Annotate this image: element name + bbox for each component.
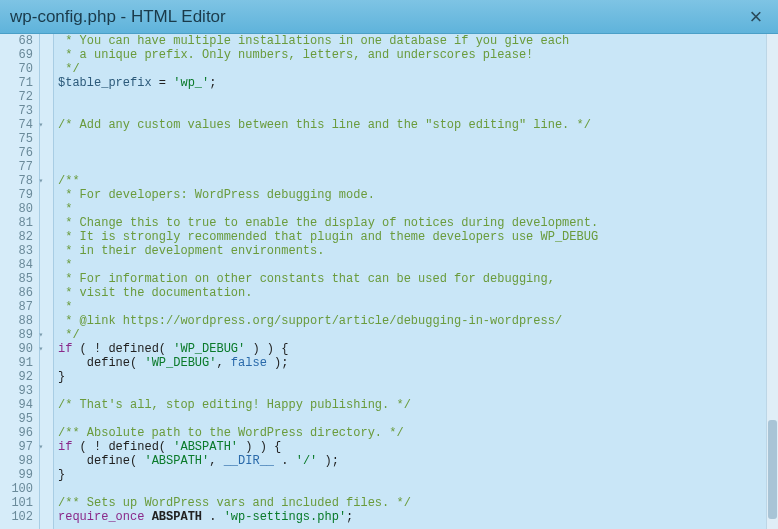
titlebar: wp-config.php - HTML Editor ×	[0, 0, 778, 34]
code-line[interactable]	[58, 482, 778, 496]
line-number: 91	[0, 356, 33, 370]
code-line[interactable]: define( 'WP_DEBUG', false );	[58, 356, 778, 370]
code-line[interactable]: *	[58, 300, 778, 314]
line-number: 75	[0, 132, 33, 146]
line-number: 69	[0, 48, 33, 62]
code-line[interactable]: * Change this to true to enable the disp…	[58, 216, 778, 230]
line-number: 89▾	[0, 328, 33, 342]
code-line[interactable]: * @link https://wordpress.org/support/ar…	[58, 314, 778, 328]
line-number: 100	[0, 482, 33, 496]
code-line[interactable]: if ( ! defined( 'WP_DEBUG' ) ) {	[58, 342, 778, 356]
code-line[interactable]: define( 'ABSPATH', __DIR__ . '/' );	[58, 454, 778, 468]
code-line[interactable]: * For developers: WordPress debugging mo…	[58, 188, 778, 202]
line-number: 88	[0, 314, 33, 328]
line-number: 93	[0, 384, 33, 398]
scrollbar-thumb[interactable]	[768, 420, 777, 519]
line-number: 81	[0, 216, 33, 230]
line-number: 95	[0, 412, 33, 426]
code-line[interactable]	[58, 384, 778, 398]
code-line[interactable]: * You can have multiple installations in…	[58, 34, 778, 48]
code-line[interactable]	[58, 146, 778, 160]
line-number: 68	[0, 34, 33, 48]
fold-marker-icon[interactable]: ▾	[36, 118, 46, 132]
fold-column	[40, 34, 54, 529]
line-number: 73	[0, 104, 33, 118]
line-number-gutter: 68697071727374▾75767778▾7980818283848586…	[0, 34, 40, 529]
line-number: 78▾	[0, 174, 33, 188]
line-number: 71	[0, 76, 33, 90]
code-line[interactable]	[58, 132, 778, 146]
code-line[interactable]: *	[58, 202, 778, 216]
line-number: 84	[0, 258, 33, 272]
code-line[interactable]: * For information on other constants tha…	[58, 272, 778, 286]
fold-marker-icon[interactable]: ▾	[36, 440, 46, 454]
line-number: 82	[0, 230, 33, 244]
line-number: 83	[0, 244, 33, 258]
code-line[interactable]: /* Add any custom values between this li…	[58, 118, 778, 132]
line-number: 99	[0, 468, 33, 482]
line-number: 101	[0, 496, 33, 510]
code-line[interactable]	[58, 412, 778, 426]
line-number: 90▾	[0, 342, 33, 356]
window-title: wp-config.php - HTML Editor	[10, 7, 744, 27]
line-number: 70	[0, 62, 33, 76]
code-line[interactable]: /** Sets up WordPress vars and included …	[58, 496, 778, 510]
code-line[interactable]: *	[58, 258, 778, 272]
fold-marker-icon[interactable]: ▾	[36, 174, 46, 188]
line-number: 74▾	[0, 118, 33, 132]
vertical-scrollbar[interactable]	[766, 34, 778, 529]
code-line[interactable]: $table_prefix = 'wp_';	[58, 76, 778, 90]
code-line[interactable]: /* That's all, stop editing! Happy publi…	[58, 398, 778, 412]
code-line[interactable]: if ( ! defined( 'ABSPATH' ) ) {	[58, 440, 778, 454]
code-line[interactable]: }	[58, 468, 778, 482]
code-line[interactable]: /** Absolute path to the WordPress direc…	[58, 426, 778, 440]
code-area[interactable]: * You can have multiple installations in…	[54, 34, 778, 529]
code-line[interactable]: }	[58, 370, 778, 384]
fold-marker-icon[interactable]: ▾	[36, 342, 46, 356]
line-number: 86	[0, 286, 33, 300]
code-line[interactable]	[58, 104, 778, 118]
line-number: 85	[0, 272, 33, 286]
line-number: 97▾	[0, 440, 33, 454]
line-number: 94	[0, 398, 33, 412]
code-line[interactable]: require_once ABSPATH . 'wp-settings.php'…	[58, 510, 778, 524]
code-line[interactable]: * visit the documentation.	[58, 286, 778, 300]
line-number: 80	[0, 202, 33, 216]
code-line[interactable]: /**	[58, 174, 778, 188]
fold-marker-icon[interactable]: ▾	[36, 328, 46, 342]
line-number: 92	[0, 370, 33, 384]
code-line[interactable]	[58, 160, 778, 174]
code-line[interactable]: * a unique prefix. Only numbers, letters…	[58, 48, 778, 62]
line-number: 87	[0, 300, 33, 314]
line-number: 76	[0, 146, 33, 160]
code-line[interactable]	[58, 90, 778, 104]
code-editor[interactable]: 68697071727374▾75767778▾7980818283848586…	[0, 34, 778, 529]
line-number: 77	[0, 160, 33, 174]
line-number: 72	[0, 90, 33, 104]
line-number: 98	[0, 454, 33, 468]
code-line[interactable]: */	[58, 328, 778, 342]
line-number: 79	[0, 188, 33, 202]
line-number: 96	[0, 426, 33, 440]
line-number: 102	[0, 510, 33, 524]
code-line[interactable]: */	[58, 62, 778, 76]
code-line[interactable]: * in their development environments.	[58, 244, 778, 258]
close-icon[interactable]: ×	[744, 6, 768, 28]
code-line[interactable]: * It is strongly recommended that plugin…	[58, 230, 778, 244]
